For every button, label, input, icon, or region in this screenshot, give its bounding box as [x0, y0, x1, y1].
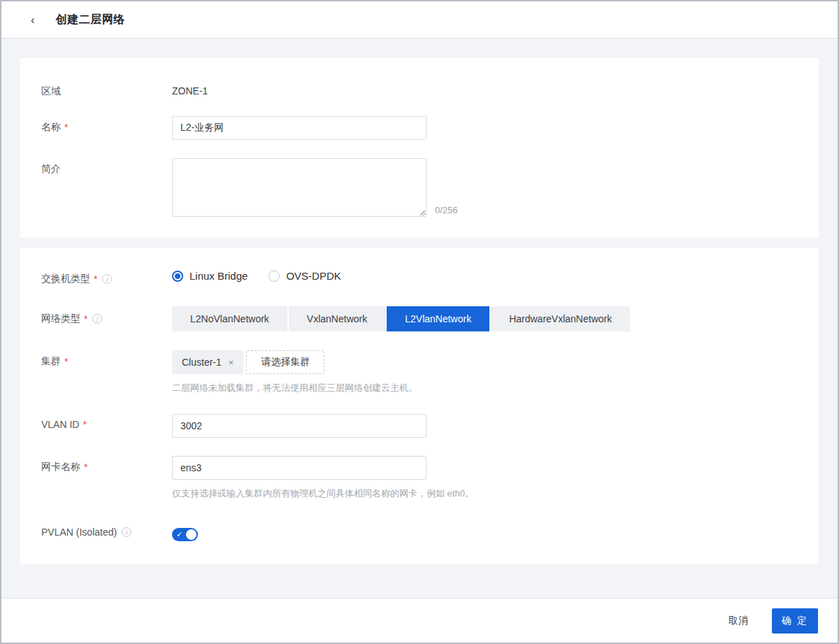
network-type-label: 网络类型	[41, 313, 80, 325]
cluster-row: 集群 * Cluster-1 × 请选择集群 二层网络未加载集群，将无法使用相应…	[41, 350, 798, 394]
radio-unselected-icon	[268, 271, 280, 282]
required-asterisk: *	[84, 313, 87, 324]
network-type-hardwarevxlan[interactable]: HardwareVxlanNetwork	[491, 306, 630, 331]
network-type-vxlan[interactable]: VxlanNetwork	[289, 306, 385, 331]
required-asterisk: *	[94, 273, 97, 285]
name-input[interactable]	[172, 116, 426, 140]
required-asterisk: *	[83, 419, 86, 430]
zone-value: ZONE-1	[172, 80, 798, 96]
pvlan-row: PVLAN (Isolated) i ✓	[41, 525, 798, 543]
radio-selected-icon	[172, 271, 183, 282]
network-type-l2novlan[interactable]: L2NoVlanNetwork	[172, 306, 287, 331]
cancel-button[interactable]: 取消	[722, 609, 755, 633]
vlan-id-input[interactable]	[172, 414, 426, 438]
check-icon: ✓	[176, 531, 182, 538]
network-type-l2vlan[interactable]: L2VlanNetwork	[387, 306, 489, 331]
cluster-hint: 二层网络未加载集群，将无法使用相应三层网络创建云主机。	[172, 382, 798, 394]
vlan-id-label: VLAN ID	[41, 419, 79, 430]
create-l2-network-page: ‹ 创建二层网络 区域 ZONE-1 名称 *	[0, 0, 839, 644]
zone-row: 区域 ZONE-1	[41, 80, 798, 98]
name-label: 名称	[41, 121, 61, 134]
description-label: 简介	[41, 163, 61, 176]
radio-ovs-dpdk[interactable]: OVS-DPDK	[268, 270, 340, 282]
info-icon: i	[102, 274, 112, 284]
form-body: 区域 ZONE-1 名称 * 简介	[1, 38, 838, 598]
pvlan-toggle[interactable]: ✓	[172, 528, 198, 541]
nic-name-hint: 仅支持选择或输入集群内所有物理机之间具体相同名称的网卡，例如 eth0。	[172, 487, 798, 500]
pvlan-label: PVLAN (Isolated)	[41, 527, 117, 538]
switch-type-label: 交换机类型	[41, 273, 90, 285]
description-row: 简介 0/256	[41, 158, 798, 217]
info-icon: i	[122, 527, 131, 537]
page-header: ‹ 创建二层网络	[1, 1, 838, 38]
required-asterisk: *	[84, 461, 87, 473]
info-icon: i	[92, 314, 102, 324]
footer-bar: 取消 确 定	[1, 598, 838, 643]
nic-name-input[interactable]	[172, 456, 426, 480]
radio-linux-bridge[interactable]: Linux Bridge	[172, 270, 248, 282]
page-title: 创建二层网络	[56, 13, 125, 27]
description-textarea[interactable]	[172, 158, 426, 217]
cluster-label: 集群	[41, 355, 61, 368]
required-asterisk: *	[64, 122, 68, 133]
nic-name-row: 网卡名称 * 仅支持选择或输入集群内所有物理机之间具体相同名称的网卡，例如 et…	[41, 456, 798, 500]
zone-label: 区域	[41, 85, 61, 98]
char-counter: 0/256	[435, 205, 458, 215]
network-type-group: L2NoVlanNetwork VxlanNetwork L2VlanNetwo…	[172, 306, 798, 331]
required-asterisk: *	[64, 356, 68, 367]
network-config-card: 交换机类型 * i Linux Bridge OVS-DPDK	[20, 248, 819, 564]
back-icon[interactable]: ‹	[28, 13, 38, 27]
confirm-button[interactable]: 确 定	[772, 608, 818, 634]
basic-info-card: 区域 ZONE-1 名称 * 简介	[20, 58, 819, 238]
select-cluster-button[interactable]: 请选择集群	[246, 350, 324, 374]
switch-type-row: 交换机类型 * i Linux Bridge OVS-DPDK	[41, 270, 798, 285]
remove-cluster-icon[interactable]: ×	[229, 357, 234, 368]
name-row: 名称 *	[41, 116, 798, 140]
cluster-tag: Cluster-1 ×	[172, 350, 243, 374]
toggle-knob	[186, 529, 196, 540]
nic-name-label: 网卡名称	[41, 461, 80, 473]
vlan-id-row: VLAN ID *	[41, 414, 798, 438]
network-type-row: 网络类型 * i L2NoVlanNetwork VxlanNetwork L2…	[41, 306, 798, 331]
